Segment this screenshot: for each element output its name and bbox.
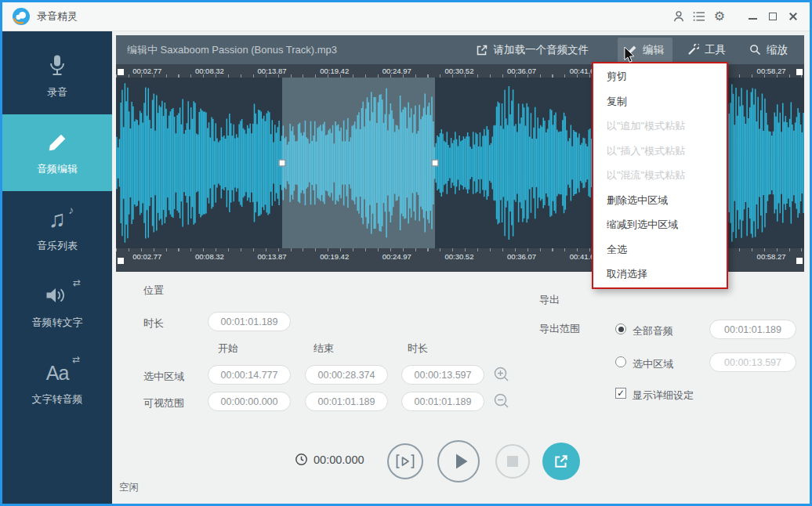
account-button[interactable] (669, 6, 689, 27)
range-marker[interactable] (118, 69, 124, 75)
selection-end-input[interactable] (305, 365, 388, 385)
tools-menu-label: 工具 (705, 43, 726, 57)
visible-duration-input[interactable] (401, 392, 484, 411)
sidebar-item-music-list[interactable]: ♫ ♪ 音乐列表 (2, 191, 112, 268)
text-aa-icon: Aa ⇄ (46, 360, 69, 386)
titlebar: 录音精灵 ⚙ (2, 2, 810, 31)
menu-item-paste-mix: 以"混流"模式粘贴 (593, 163, 727, 188)
music-note-small-glyph: ♪ (68, 204, 74, 216)
tools-menu-button[interactable]: 工具 (679, 38, 734, 63)
now-editing-title: 编辑中 Saxaboom Passion (Bonus Track).mp3 (127, 43, 467, 57)
selection-region[interactable] (282, 78, 435, 248)
tick-label: 00:58.27 (757, 252, 786, 261)
music-note-glyph: ♫ (49, 208, 67, 231)
export-section-title: 导出 (539, 293, 560, 307)
status-text: 空闲 (119, 481, 139, 494)
selection-start-input[interactable] (208, 365, 291, 385)
column-end-label: 结束 (314, 342, 334, 356)
tick-label: 00:30.52 (444, 67, 473, 75)
export-selection-duration-input[interactable] (709, 352, 796, 372)
sidebar-item-label: 录音 (47, 85, 67, 99)
range-marker[interactable] (796, 258, 803, 264)
menu-item-copy[interactable]: 复制 (593, 89, 727, 114)
tasklist-button[interactable] (689, 6, 709, 27)
all-audio-duration-input[interactable] (709, 320, 796, 339)
maximize-icon (769, 13, 777, 20)
range-marker[interactable] (118, 258, 124, 264)
stop-button[interactable] (495, 444, 530, 479)
close-icon (788, 12, 798, 21)
settings-button[interactable]: ⚙ (709, 6, 730, 27)
app-window: 录音精灵 ⚙ (0, 0, 812, 506)
sidebar: 录音 音频编辑 ♫ ♪ 音乐列表 (2, 31, 112, 504)
menu-item-delete-selection[interactable]: 删除选中区域 (593, 188, 727, 213)
sidebar-item-record[interactable]: 录音 (2, 38, 112, 114)
sidebar-item-audio-to-text[interactable]: ⇄ 音频转文字 (2, 268, 112, 345)
menu-item-deselect[interactable]: 取消选择 (593, 262, 727, 287)
speaker-icon: ⇄ (45, 283, 69, 309)
range-marker[interactable] (796, 69, 803, 75)
sidebar-item-label: 音频编辑 (37, 162, 78, 176)
edit-menu: 剪切 复制 以"追加"模式粘贴 以"插入"模式粘贴 以"混流"模式粘贴 删除选中… (592, 62, 728, 289)
radio-all-audio[interactable] (615, 323, 626, 334)
menu-item-select-all[interactable]: 全选 (593, 237, 727, 262)
music-note-icon: ♫ ♪ (49, 206, 67, 233)
zoom-out-button[interactable] (493, 392, 510, 410)
sidebar-item-text-to-audio[interactable]: Aa ⇄ 文字转音频 (2, 345, 112, 421)
wrench-icon (687, 44, 699, 56)
tick-label: 00:19.42 (320, 252, 349, 261)
play-button[interactable] (437, 440, 480, 483)
menu-item-cut[interactable]: 剪切 (593, 64, 727, 89)
zoom-menu-button[interactable]: 缩放 (741, 38, 796, 63)
play-from-start-button[interactable] (387, 443, 423, 479)
tick-label: 00:13.87 (258, 252, 287, 261)
minimize-button[interactable] (742, 6, 763, 27)
menu-item-paste-append: 以"追加"模式粘贴 (593, 114, 727, 139)
menu-item-trim-to-selection[interactable]: 缩减到选中区域 (593, 212, 727, 237)
selection-handle-right[interactable] (432, 160, 439, 167)
stop-icon (507, 456, 518, 467)
bottom-panel: 位置 时长 开始 结束 时长 选中区域 可视范围 (116, 272, 804, 504)
load-audio-label: 请加载一个音频文件 (494, 43, 589, 57)
load-audio-button[interactable]: 请加载一个音频文件 (467, 38, 598, 63)
magnifier-icon (749, 44, 761, 56)
tick-label: 00:58.27 (757, 67, 786, 75)
selection-handle-left[interactable] (279, 160, 286, 167)
tick-label: 00:36.07 (507, 67, 536, 75)
edit-pencil-icon (626, 45, 637, 56)
person-icon (672, 10, 685, 23)
radio-selection[interactable] (615, 356, 626, 367)
duration-input[interactable] (208, 312, 291, 331)
column-start-label: 开始 (218, 342, 238, 356)
gear-icon: ⚙ (714, 10, 725, 23)
export-selection-label[interactable]: 选中区域 (633, 357, 673, 371)
sidebar-item-audio-edit[interactable]: 音频编辑 (2, 114, 112, 191)
app-logo-icon (12, 7, 31, 26)
export-share-icon (553, 454, 569, 469)
selection-duration-input[interactable] (401, 365, 484, 385)
export-button[interactable] (542, 443, 580, 480)
zoom-in-button[interactable] (493, 366, 510, 383)
all-audio-label[interactable]: 全部音频 (633, 324, 673, 338)
playback-time: 00:00.000 (314, 454, 364, 466)
sidebar-item-label: 音频转文字 (32, 316, 83, 330)
clock-icon (295, 453, 308, 466)
maximize-button[interactable] (763, 6, 783, 27)
play-from-start-icon (396, 454, 415, 469)
column-duration-label: 时长 (408, 342, 428, 356)
checkbox-show-details[interactable] (615, 388, 626, 399)
tick-label: 00:24.97 (382, 252, 411, 261)
visible-end-input[interactable] (305, 392, 388, 411)
visible-start-input[interactable] (208, 392, 291, 411)
aa-glyph: Aa (46, 363, 69, 383)
selection-row-label: 选中区域 (143, 370, 184, 384)
tick-label: 00:02.77 (132, 252, 161, 261)
menu-item-paste-insert: 以"插入"模式粘贴 (593, 139, 727, 164)
export-range-label: 导出范围 (539, 322, 580, 336)
sidebar-item-label: 文字转音频 (32, 392, 83, 407)
close-button[interactable] (783, 6, 803, 27)
zoom-menu-label: 缩放 (767, 43, 788, 57)
show-details-label[interactable]: 显示详细设定 (633, 389, 694, 403)
microphone-icon (47, 52, 67, 79)
edit-menu-button[interactable]: 编辑 (618, 38, 672, 63)
